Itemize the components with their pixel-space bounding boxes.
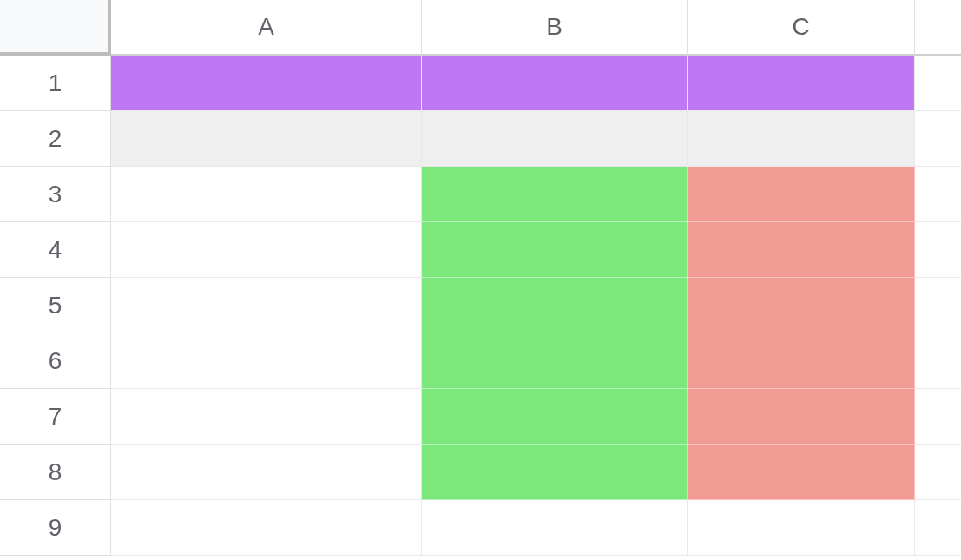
gutter-3 xyxy=(915,167,961,222)
cell-B8[interactable] xyxy=(422,445,688,500)
row-header-7[interactable]: 7 xyxy=(0,389,111,445)
gutter-9 xyxy=(915,500,961,556)
cell-A9[interactable] xyxy=(111,500,422,556)
cell-C1[interactable] xyxy=(688,56,915,111)
row-header-1[interactable]: 1 xyxy=(0,56,111,111)
cell-A5[interactable] xyxy=(111,278,422,333)
cell-A2[interactable] xyxy=(111,111,422,167)
row-header-4[interactable]: 4 xyxy=(0,222,111,278)
column-header-C[interactable]: C xyxy=(688,0,915,56)
gutter-1 xyxy=(915,56,961,111)
spreadsheet-grid[interactable]: A B C 1 2 3 4 5 6 7 8 9 xyxy=(0,0,961,560)
gutter-6 xyxy=(915,333,961,389)
cell-C8[interactable] xyxy=(688,445,915,500)
gutter-2 xyxy=(915,111,961,167)
cell-B6[interactable] xyxy=(422,333,688,389)
cell-B7[interactable] xyxy=(422,389,688,445)
cell-B9[interactable] xyxy=(422,500,688,556)
cell-C9[interactable] xyxy=(688,500,915,556)
cell-C5[interactable] xyxy=(688,278,915,333)
row-header-5[interactable]: 5 xyxy=(0,278,111,333)
cell-A4[interactable] xyxy=(111,222,422,278)
cell-A1[interactable] xyxy=(111,56,422,111)
row-header-8[interactable]: 8 xyxy=(0,445,111,500)
gutter-7 xyxy=(915,389,961,445)
row-header-3[interactable]: 3 xyxy=(0,167,111,222)
gutter-8 xyxy=(915,445,961,500)
cell-C4[interactable] xyxy=(688,222,915,278)
gutter-4 xyxy=(915,222,961,278)
row-header-9[interactable]: 9 xyxy=(0,500,111,556)
cell-B1[interactable] xyxy=(422,56,688,111)
cell-A7[interactable] xyxy=(111,389,422,445)
cell-A3[interactable] xyxy=(111,167,422,222)
cell-B4[interactable] xyxy=(422,222,688,278)
cell-B5[interactable] xyxy=(422,278,688,333)
cell-B2[interactable] xyxy=(422,111,688,167)
row-header-6[interactable]: 6 xyxy=(0,333,111,389)
cell-C7[interactable] xyxy=(688,389,915,445)
cell-A8[interactable] xyxy=(111,445,422,500)
cell-C2[interactable] xyxy=(688,111,915,167)
column-header-B[interactable]: B xyxy=(422,0,688,56)
cell-C6[interactable] xyxy=(688,333,915,389)
gutter-5 xyxy=(915,278,961,333)
select-all-corner[interactable] xyxy=(0,0,111,56)
cell-C3[interactable] xyxy=(688,167,915,222)
row-header-2[interactable]: 2 xyxy=(0,111,111,167)
cell-A6[interactable] xyxy=(111,333,422,389)
cell-B3[interactable] xyxy=(422,167,688,222)
column-header-gutter xyxy=(915,0,961,56)
column-header-A[interactable]: A xyxy=(111,0,422,56)
